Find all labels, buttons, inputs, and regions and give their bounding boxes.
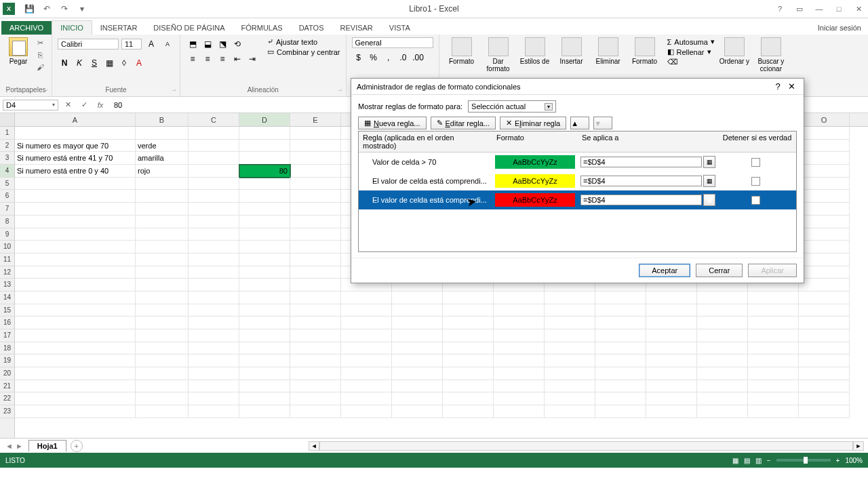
move-up-button[interactable]: ▲	[570, 117, 589, 129]
tab-layout[interactable]: DISEÑO DE PÁGINA	[145, 21, 233, 35]
cell[interactable]	[748, 291, 799, 304]
cell[interactable]	[392, 380, 443, 393]
cell[interactable]: Si numero está entre 41 y 70	[15, 152, 136, 165]
cell[interactable]	[189, 405, 239, 418]
cell[interactable]	[189, 367, 239, 380]
row-header[interactable]: 16	[0, 317, 14, 329]
row-header[interactable]: 1	[0, 127, 14, 140]
cell[interactable]	[799, 342, 850, 355]
cell[interactable]	[595, 405, 646, 418]
dialog-help-icon[interactable]: ?	[771, 81, 785, 92]
cell[interactable]	[239, 317, 290, 329]
cell[interactable]	[290, 405, 341, 418]
select-all-button[interactable]	[0, 113, 14, 127]
row-header[interactable]: 5	[0, 178, 14, 190]
cell[interactable]	[494, 291, 545, 304]
cell[interactable]	[239, 367, 290, 380]
cell[interactable]	[15, 127, 136, 140]
cell[interactable]	[290, 140, 341, 152]
cell[interactable]	[290, 367, 341, 380]
signin-link[interactable]: Iniciar sesión	[811, 21, 868, 35]
cell[interactable]	[136, 266, 189, 279]
scope-select[interactable]: Selección actual▾	[468, 100, 556, 113]
cancel-formula-icon[interactable]: ✕	[61, 100, 75, 109]
cell[interactable]	[646, 317, 697, 329]
view-normal-icon[interactable]: ▦	[732, 457, 738, 464]
cell[interactable]	[239, 279, 290, 291]
cell[interactable]	[341, 354, 392, 367]
cell[interactable]	[748, 354, 799, 367]
cell[interactable]	[189, 140, 239, 152]
cell[interactable]	[189, 354, 239, 367]
cell[interactable]	[697, 367, 748, 380]
cell[interactable]	[799, 216, 850, 228]
cell[interactable]	[595, 342, 646, 355]
cell[interactable]	[545, 367, 595, 380]
col-header[interactable]: C	[189, 113, 239, 126]
cell[interactable]	[189, 317, 239, 329]
cell[interactable]	[646, 329, 697, 342]
zoom-label[interactable]: 100%	[845, 457, 863, 464]
cell[interactable]	[136, 329, 189, 342]
cell[interactable]	[239, 405, 290, 418]
sheet-next-icon[interactable]: ►	[16, 442, 23, 450]
cell[interactable]	[290, 152, 341, 165]
row-header[interactable]: 14	[0, 291, 14, 304]
cell[interactable]	[290, 291, 341, 304]
row-header[interactable]: 19	[0, 354, 14, 367]
align-right-icon[interactable]: ≡	[216, 52, 229, 66]
cell[interactable]	[189, 342, 239, 355]
cell[interactable]	[392, 329, 443, 342]
stop-checkbox[interactable]	[751, 177, 760, 186]
tab-file[interactable]: ARCHIVO	[1, 21, 52, 35]
cell[interactable]	[494, 317, 545, 329]
redo-icon[interactable]: ↷	[57, 1, 72, 16]
cell[interactable]	[646, 342, 697, 355]
cell[interactable]	[136, 178, 189, 190]
font-size-select[interactable]: 11	[121, 39, 142, 49]
cell[interactable]	[15, 203, 136, 216]
dec-decimal-icon[interactable]: .00	[412, 51, 425, 64]
col-header[interactable]: E	[290, 113, 341, 126]
cell[interactable]	[443, 367, 494, 380]
cell[interactable]	[136, 304, 189, 317]
cell[interactable]	[443, 291, 494, 304]
cell[interactable]	[15, 317, 136, 329]
merge-button[interactable]: ▭Combinar y centrar	[267, 47, 340, 56]
cell[interactable]	[494, 354, 545, 367]
sheet-prev-icon[interactable]: ◄	[5, 442, 13, 450]
cell[interactable]	[136, 291, 189, 304]
cell[interactable]	[799, 241, 850, 253]
cell[interactable]	[136, 354, 189, 367]
cell[interactable]	[239, 354, 290, 367]
cell[interactable]	[443, 392, 494, 405]
row-header[interactable]: 10	[0, 241, 14, 253]
cell[interactable]	[290, 190, 341, 203]
cell[interactable]	[748, 342, 799, 355]
cell[interactable]	[545, 392, 595, 405]
rule-row-selected[interactable]: El valor de celda está comprendi... AaBb…	[359, 190, 796, 209]
clear-button[interactable]: ⌫	[667, 58, 715, 66]
cell[interactable]	[595, 317, 646, 329]
cell[interactable]	[595, 291, 646, 304]
cell[interactable]	[545, 342, 595, 355]
cell[interactable]	[15, 392, 136, 405]
cell[interactable]	[341, 291, 392, 304]
row-header[interactable]: 13	[0, 279, 14, 291]
cell[interactable]	[392, 291, 443, 304]
cell[interactable]	[239, 216, 290, 228]
row-header[interactable]: 23	[0, 405, 14, 418]
cell[interactable]	[189, 291, 239, 304]
cell[interactable]	[136, 216, 189, 228]
cell[interactable]	[136, 228, 189, 241]
cell[interactable]	[239, 203, 290, 216]
cell[interactable]	[748, 329, 799, 342]
cell[interactable]	[545, 354, 595, 367]
cell[interactable]	[341, 329, 392, 342]
cell[interactable]	[189, 190, 239, 203]
cell[interactable]	[290, 266, 341, 279]
cell[interactable]	[697, 304, 748, 317]
cell[interactable]	[239, 291, 290, 304]
autosum-button[interactable]: ΣAutosuma▾	[667, 37, 715, 46]
cell[interactable]	[545, 329, 595, 342]
